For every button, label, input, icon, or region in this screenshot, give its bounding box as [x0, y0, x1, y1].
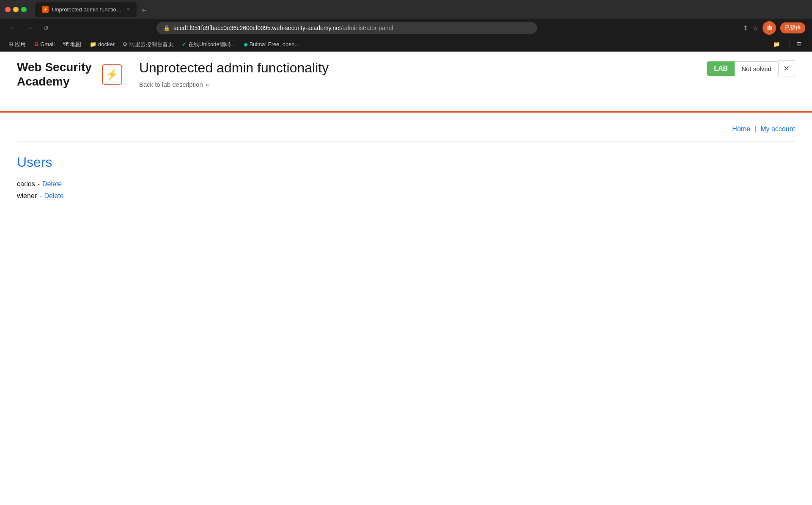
- back-to-lab-link[interactable]: Back to lab description »: [139, 81, 690, 88]
- delete-carlos-link[interactable]: Delete: [42, 180, 62, 188]
- bookmark-apps[interactable]: ⊞ 应用: [5, 39, 29, 50]
- close-lab-button[interactable]: ✕: [778, 60, 795, 77]
- delete-wiener-link[interactable]: Delete: [44, 192, 63, 200]
- bulma-icon: ◆: [244, 41, 248, 47]
- gmail-icon: G: [34, 41, 38, 47]
- url-input[interactable]: 🔒 aced1f951fe9fbacc0e36c2600cf0095.web-s…: [156, 22, 537, 34]
- user-avatar-button[interactable]: 吉: [763, 21, 776, 35]
- chevron-right-icon: »: [206, 81, 209, 88]
- lab-badge: LAB: [707, 61, 735, 76]
- aliyun-icon: ⟳: [123, 41, 128, 47]
- lab-app-content: Home | My account Users carlos - Delete …: [0, 113, 812, 409]
- user-name-carlos: carlos: [17, 180, 35, 188]
- back-link-text: Back to lab description: [139, 81, 203, 88]
- maximize-dot[interactable]: [21, 7, 27, 12]
- bottom-divider: [17, 217, 795, 217]
- tab-favicon: ⚡: [42, 6, 49, 13]
- app-navigation: Home | My account: [17, 121, 795, 142]
- my-account-nav-link[interactable]: My account: [760, 125, 795, 133]
- tab-close-button[interactable]: ×: [127, 6, 130, 12]
- reader-icon: ☰: [797, 41, 802, 47]
- bookmark-docker-label: docker: [98, 41, 115, 47]
- bookmark-apps-label: 应用: [15, 41, 26, 48]
- users-heading: Users: [17, 155, 795, 170]
- user-list: carlos - Delete wiener - Delete: [17, 180, 795, 200]
- lock-icon: 🔒: [163, 25, 170, 31]
- bookmark-aliyun-label: 阿里云控制台首页: [129, 41, 173, 48]
- bookmark-unicode[interactable]: ✔ 在线Unicode编码...: [178, 39, 239, 50]
- forward-button[interactable]: →: [24, 22, 36, 33]
- nav-separator: |: [754, 125, 756, 133]
- share-icon[interactable]: ⬆: [743, 24, 748, 32]
- active-tab[interactable]: ⚡ Unprotected admin functionalit ×: [35, 2, 137, 17]
- logo-text-line1: Web Security: [17, 60, 92, 75]
- logo-area: Web Security Academy ⚡: [17, 60, 122, 88]
- lab-title-area: Unprotected admin functionality Back to …: [122, 60, 707, 88]
- back-button[interactable]: ←: [7, 22, 19, 33]
- reload-button[interactable]: ↺: [41, 22, 51, 34]
- bookmark-gmail-label: Gmail: [40, 41, 55, 47]
- user-dash-carlos: -: [38, 180, 40, 188]
- user-item-carlos: carlos - Delete: [17, 180, 795, 188]
- user-dash-wiener: -: [39, 192, 41, 200]
- bookmark-aliyun[interactable]: ⟳ 阿里云控制台首页: [120, 39, 177, 50]
- bookmark-unicode-label: 在线Unicode编码...: [188, 41, 235, 48]
- folder-icon: 📁: [90, 41, 96, 47]
- user-item-wiener: wiener - Delete: [17, 192, 795, 200]
- lab-title: Unprotected admin functionality: [139, 60, 690, 76]
- bookmarks-bar: ⊞ 应用 G Gmail 🗺 地图 📁 docker ⟳ 阿里云控制台首页 ✔ …: [0, 37, 812, 52]
- user-name-wiener: wiener: [17, 192, 37, 200]
- bookmark-docker[interactable]: 📁 docker: [86, 40, 118, 49]
- bookmark-bulma[interactable]: ◆ Bulma: Free, open...: [240, 40, 303, 49]
- close-dot[interactable]: [5, 7, 11, 12]
- address-actions: ⬆ ☆ 吉 已暂停: [743, 21, 805, 35]
- home-nav-link[interactable]: Home: [732, 125, 750, 133]
- bookmark-maps-label: 地图: [70, 41, 81, 48]
- bookmark-gmail[interactable]: G Gmail: [31, 40, 58, 49]
- bookmark-bulma-label: Bulma: Free, open...: [250, 41, 299, 47]
- url-path: /administrator-panel: [341, 25, 393, 31]
- bookmark-other[interactable]: 📁: [770, 40, 785, 49]
- logo-text-line2: Academy: [17, 75, 92, 89]
- logo-icon[interactable]: ⚡: [102, 64, 122, 85]
- bookmark-maps[interactable]: 🗺 地图: [60, 39, 85, 50]
- url-domain: aced1f951fe9fbacc0e36c2600cf0095.web-sec…: [173, 25, 341, 31]
- maps-icon: 🗺: [63, 41, 69, 47]
- lab-status-area: LAB Not solved ✕: [707, 60, 795, 77]
- window-controls: [5, 7, 27, 12]
- folder-other-icon: 📁: [773, 41, 780, 47]
- lab-header: Web Security Academy ⚡ Unprotected admin…: [0, 52, 812, 111]
- tab-title: Unprotected admin functionalit: [52, 6, 123, 13]
- address-bar: ← → ↺ 🔒 aced1f951fe9fbacc0e36c2600cf0095…: [0, 19, 812, 37]
- minimize-dot[interactable]: [13, 7, 19, 12]
- apps-icon: ⊞: [8, 41, 13, 47]
- new-tab-button[interactable]: +: [140, 5, 148, 17]
- url-text: aced1f951fe9fbacc0e36c2600cf0095.web-sec…: [173, 25, 393, 31]
- paused-button[interactable]: 已暂停: [780, 22, 805, 33]
- bookmarks-separator: |: [788, 41, 790, 48]
- check-icon: ✔: [182, 41, 187, 47]
- bookmark-reader[interactable]: ☰: [793, 40, 807, 49]
- bookmark-star-icon[interactable]: ☆: [752, 24, 758, 32]
- lab-status-text: Not solved: [735, 61, 779, 76]
